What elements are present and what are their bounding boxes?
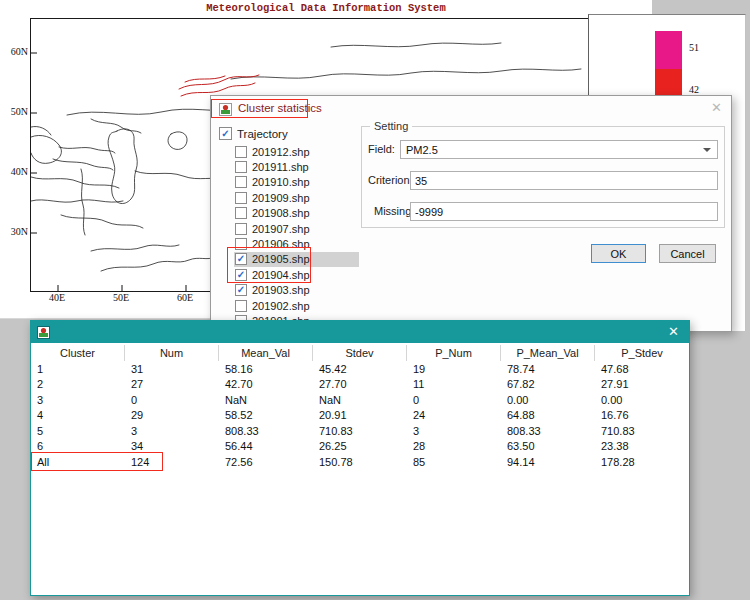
table-cell: 27.91	[595, 378, 689, 390]
table-cell: 34	[125, 440, 219, 452]
cancel-button[interactable]: Cancel	[659, 244, 716, 263]
column-header[interactable]: Cluster	[31, 345, 125, 361]
table-cell: 20.91	[313, 409, 407, 421]
cluster-statistics-dialog: Cluster statistics ✕ ✓ Trajectory 201912…	[210, 95, 732, 332]
file-item[interactable]: 201908.shp	[234, 206, 359, 221]
table-cell: 45.42	[313, 363, 407, 375]
map-title: Meteorological Data Information System	[0, 2, 652, 14]
file-item[interactable]: ✓201905.shp	[234, 252, 359, 267]
table-row[interactable]: 42958.5220.912464.8816.76	[31, 408, 689, 424]
table-cell: 42.70	[219, 378, 313, 390]
table-cell: 808.33	[219, 425, 313, 437]
table-cell: 85	[407, 456, 501, 468]
table-body: 13158.1645.421978.7447.6822742.7027.7011…	[31, 361, 689, 470]
table-cell: 72.56	[219, 456, 313, 468]
file-label: 201904.shp	[252, 269, 310, 281]
table-header: ClusterNumMean_ValStdevP_NumP_Mean_ValP_…	[31, 345, 689, 361]
column-header[interactable]: P_Num	[407, 345, 501, 361]
y-tick-label: 60N	[4, 46, 28, 57]
file-item[interactable]: ✓201903.shp	[234, 283, 359, 298]
file-checkbox[interactable]: ✓	[235, 284, 247, 296]
colorbar-swatch	[655, 31, 682, 69]
column-header[interactable]: Num	[125, 345, 219, 361]
table-row[interactable]: 53808.33710.833808.33710.83	[31, 423, 689, 439]
table-cell: 710.83	[313, 425, 407, 437]
file-label: 201908.shp	[252, 207, 310, 219]
table-row[interactable]: 30NaNNaN00.000.00	[31, 392, 689, 408]
file-checkbox[interactable]	[235, 223, 247, 235]
table-cell: 63.50	[501, 440, 595, 452]
table-cell: 3	[125, 425, 219, 437]
table-row[interactable]: All12472.56150.788594.14178.28	[31, 454, 689, 470]
table-cell: 23.38	[595, 440, 689, 452]
table-cell: 3	[31, 394, 125, 406]
table-cell: 1	[31, 363, 125, 375]
file-item[interactable]: 201907.shp	[234, 221, 359, 236]
column-header[interactable]: Stdev	[313, 345, 407, 361]
file-label: 201905.shp	[252, 253, 310, 265]
table-row[interactable]: 63456.4426.252863.5023.38	[31, 439, 689, 455]
ok-button[interactable]: OK	[591, 244, 646, 263]
table-window-icon	[37, 325, 50, 343]
table-row[interactable]: 22742.7027.701167.8227.91	[31, 377, 689, 393]
file-checkbox[interactable]	[235, 146, 247, 158]
field-select[interactable]: PM2.5	[400, 140, 718, 159]
file-item[interactable]: 201912.shp	[234, 144, 359, 159]
column-header[interactable]: P_Stdev	[595, 345, 689, 361]
table-row[interactable]: 13158.1645.421978.7447.68	[31, 361, 689, 377]
table-cell: 3	[407, 425, 501, 437]
field-select-value: PM2.5	[406, 144, 438, 156]
table-cell: 47.68	[595, 363, 689, 375]
y-tick-label: 30N	[4, 226, 28, 237]
table-cell: 28	[407, 440, 501, 452]
table-cell: 24	[407, 409, 501, 421]
close-icon[interactable]: ✕	[711, 100, 722, 115]
table-cell: 78.74	[501, 363, 595, 375]
file-item[interactable]: 201911.shp	[234, 159, 359, 174]
table-cell: NaN	[313, 394, 407, 406]
criterion-input[interactable]	[410, 171, 718, 190]
close-icon[interactable]: ✕	[668, 324, 679, 339]
chevron-down-icon	[703, 148, 711, 152]
file-label: 201911.shp	[252, 161, 309, 173]
table-cell: 178.28	[595, 456, 689, 468]
table-cell: 2	[31, 378, 125, 390]
tree-root-trajectory[interactable]: ✓ Trajectory	[219, 126, 288, 141]
file-checkbox[interactable]: ✓	[235, 253, 247, 265]
table-cell: 0.00	[595, 394, 689, 406]
file-item[interactable]: ✓201904.shp	[234, 267, 359, 282]
file-checkbox[interactable]	[235, 161, 247, 173]
table-cell: 64.88	[501, 409, 595, 421]
x-tick-label: 50E	[108, 292, 134, 303]
file-item[interactable]: 201906.shp	[234, 236, 359, 251]
file-checkbox[interactable]: ✓	[235, 269, 247, 281]
file-label: 201907.shp	[252, 223, 310, 235]
table-cell: NaN	[219, 394, 313, 406]
trajectory-checkbox[interactable]: ✓	[219, 127, 232, 140]
file-checkbox[interactable]	[235, 207, 247, 219]
table-cell: 56.44	[219, 440, 313, 452]
missing-input[interactable]	[410, 202, 718, 221]
file-item[interactable]: 201910.shp	[234, 175, 359, 190]
x-tick-label: 60E	[172, 292, 198, 303]
table-cell: 710.83	[595, 425, 689, 437]
file-checkbox[interactable]	[235, 176, 247, 188]
table-cell: 58.52	[219, 409, 313, 421]
file-checkbox[interactable]	[235, 300, 247, 312]
criterion-label: Criterion:	[368, 174, 413, 186]
field-label: Field:	[368, 143, 395, 155]
column-header[interactable]: P_Mean_Val	[501, 345, 595, 361]
table-cell: 11	[407, 378, 501, 390]
table-cell: 94.14	[501, 456, 595, 468]
column-header[interactable]: Mean_Val	[219, 345, 313, 361]
x-tick-label: 40E	[44, 292, 70, 303]
table-cell: 0	[407, 394, 501, 406]
colorbar-label: 51	[689, 42, 699, 53]
file-item[interactable]: 201909.shp	[234, 190, 359, 205]
file-checkbox[interactable]	[235, 238, 247, 250]
file-item[interactable]: 201902.shp	[234, 298, 359, 313]
file-checkbox[interactable]	[235, 192, 247, 204]
missing-label: Missing:	[374, 205, 414, 217]
table-cell: 5	[31, 425, 125, 437]
table-titlebar: ✕	[31, 321, 689, 343]
